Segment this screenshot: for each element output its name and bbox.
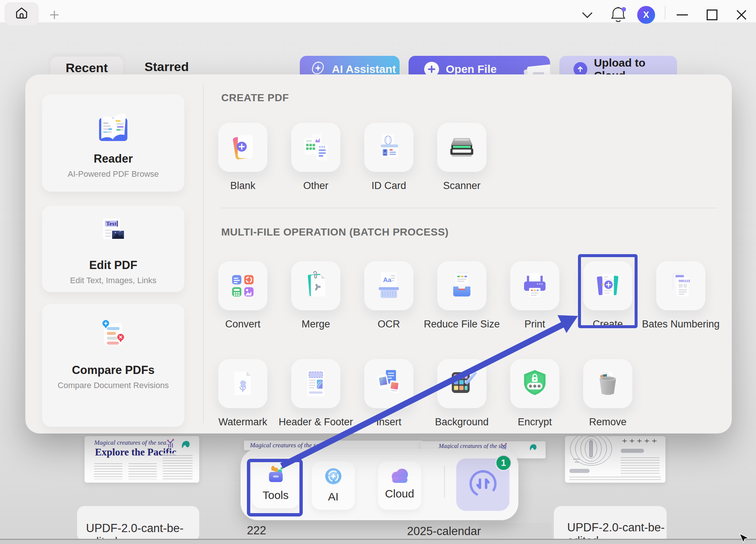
- quick-card-compare-pdfs[interactable]: Compare PDFs Compare Document Revisions: [42, 304, 184, 427]
- new-tab-button[interactable]: [48, 8, 61, 22]
- file-name[interactable]: 222: [247, 524, 266, 537]
- tile-label: Blank: [230, 180, 255, 192]
- tool-tile-encrypt[interactable]: Encrypt: [498, 359, 571, 428]
- tool-tile-create[interactable]: Create: [571, 261, 644, 330]
- tile-label: Print: [524, 319, 545, 330]
- section-heading-batch: MULTI-FILE OPERATION (BATCH PROCESS): [221, 226, 449, 238]
- open-file-label: Open File: [446, 63, 497, 76]
- bates-icon: 000123: [656, 261, 705, 310]
- svg-text:000123: 000123: [679, 279, 690, 283]
- headerfooter-icon: [291, 359, 340, 408]
- dock-item-cloud[interactable]: Cloud: [378, 461, 421, 510]
- tool-tile-header-footer[interactable]: Header & Footer: [279, 359, 352, 428]
- tool-tile-merge[interactable]: Merge: [279, 261, 352, 330]
- remove-icon: [583, 359, 632, 408]
- close-button[interactable]: [734, 8, 749, 22]
- tile-label: ID Card: [371, 180, 406, 192]
- batch-grid: ConvertMergeAaOCRReduce File SizePrintCr…: [206, 261, 720, 457]
- tool-tile-id-card[interactable]: ID Card: [352, 123, 425, 192]
- quick-card-subtitle: Edit Text, Images, Links: [42, 276, 184, 285]
- cloud-icon: [387, 466, 412, 487]
- reduce-icon: [437, 261, 486, 310]
- notification-bell-icon[interactable]: [609, 5, 628, 25]
- coral-icon: [166, 438, 175, 449]
- chevron-down-icon[interactable]: [579, 10, 595, 21]
- tool-tile-print[interactable]: Print: [498, 261, 571, 330]
- maximize-button[interactable]: [705, 8, 720, 22]
- thumb-eyebrow-text: Magical creatures of the sea.: [94, 439, 168, 447]
- tile-label: Bates Numbering: [642, 319, 720, 330]
- home-tab[interactable]: [4, 2, 39, 25]
- tool-tile-ocr[interactable]: AaOCR: [352, 261, 425, 330]
- tool-tile-other[interactable]: Other: [279, 123, 352, 192]
- dock-item-label: AI: [328, 490, 339, 503]
- tile-label: Convert: [225, 319, 261, 330]
- avatar-initial: X: [637, 6, 655, 24]
- tile-label: Merge: [302, 319, 330, 330]
- tool-tile-remove[interactable]: Remove: [571, 359, 644, 428]
- coral-icon: [180, 438, 191, 450]
- tile-label: Other: [303, 180, 328, 192]
- tile-label: Create: [593, 319, 623, 330]
- file-item-card[interactable]: UPDF-2.0-cant-be-edited: [77, 506, 199, 541]
- home-icon: [15, 6, 29, 22]
- quick-card-subtitle: Compare Document Revisions: [42, 381, 184, 390]
- tool-tile-convert[interactable]: Convert: [206, 261, 279, 330]
- tile-label: Scanner: [443, 180, 481, 192]
- titlebar-divider: [665, 6, 666, 19]
- print-icon: [510, 261, 559, 310]
- tab-recent-label: Recent: [66, 61, 108, 75]
- tool-tile-background[interactable]: Background: [425, 359, 498, 428]
- tool-tile-insert[interactable]: Insert: [352, 359, 425, 428]
- thumb-pill: [569, 469, 590, 473]
- dock-item-ai[interactable]: AI: [312, 461, 355, 510]
- tool-tile-bates-numbering[interactable]: 000123Bates Numbering: [644, 261, 717, 330]
- quick-card-title: Compare PDFs: [42, 364, 184, 377]
- dock-item-label: Tools: [263, 489, 289, 502]
- file-name[interactable]: 2025-calendar: [407, 525, 481, 538]
- thumb-text-column: [128, 461, 157, 479]
- bell-dot: [622, 7, 626, 12]
- tile-label: Header & Footer: [279, 416, 353, 428]
- quick-card-edit-pdf[interactable]: Text Edit PDF Edit Text, Images, Links: [42, 206, 184, 292]
- quick-card-reader[interactable]: Reader AI-Powered PDF Browse: [42, 94, 184, 192]
- dock: Tools AI Cloud 1: [241, 449, 518, 520]
- quick-card-title: Edit PDF: [42, 259, 184, 272]
- idcard-icon: [364, 123, 413, 172]
- tile-label: Remove: [589, 416, 627, 428]
- account-avatar[interactable]: X: [637, 6, 655, 24]
- reader-icon: [42, 107, 184, 147]
- tile-label: Background: [435, 416, 489, 428]
- tool-tile-reduce-file-size[interactable]: Reduce File Size: [425, 261, 498, 330]
- dock-item-sync[interactable]: 1: [456, 458, 509, 511]
- insert-icon: [364, 359, 413, 408]
- file-item-card[interactable]: UPDF-2.0-cant-be-edited Co: [554, 506, 667, 544]
- merge-icon: [291, 261, 340, 310]
- minimize-button[interactable]: [675, 10, 690, 20]
- sync-badge: 1: [495, 455, 512, 471]
- pdf-thumbnail-pacific[interactable]: Magical creatures of the sea. Explore th…: [85, 436, 199, 483]
- create-pdf-grid: BlankOtherID CardScanner: [206, 123, 720, 221]
- tool-tile-blank[interactable]: Blank: [206, 123, 279, 192]
- tool-tile-watermark[interactable]: Watermark: [206, 359, 279, 428]
- tab-starred[interactable]: Starred: [144, 60, 189, 74]
- svg-text:Text: Text: [106, 221, 117, 227]
- scanner-icon: [437, 123, 486, 172]
- tool-tile-scanner[interactable]: Scanner: [425, 123, 498, 192]
- mouse-cursor: [739, 533, 750, 544]
- ai-assistant-label: AI Assistant: [332, 63, 396, 76]
- blank-icon: [218, 123, 267, 172]
- tools-panel: Reader AI-Powered PDF Browse Text Edit P…: [25, 74, 732, 433]
- dock-item-tools[interactable]: Tools: [252, 457, 299, 508]
- create-icon: [583, 261, 632, 310]
- tile-label: OCR: [378, 319, 400, 330]
- sync-icon: [466, 467, 500, 502]
- other-icon: [291, 123, 340, 172]
- svg-text:Aa: Aa: [383, 276, 391, 284]
- file-item-card[interactable]: [479, 523, 552, 541]
- encrypt-icon: [510, 359, 559, 408]
- quick-card-title: Reader: [42, 152, 184, 166]
- thumb-text-lines: [569, 475, 661, 481]
- thumb-text-column: [163, 453, 193, 479]
- watermark-icon: [218, 359, 267, 408]
